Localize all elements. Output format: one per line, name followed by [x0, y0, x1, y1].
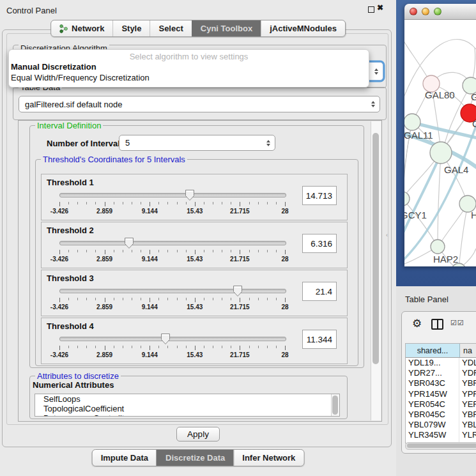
table-row[interactable]: YDR27...YDR2 [406, 368, 476, 378]
scrollbar-thumb[interactable] [372, 133, 379, 364]
column-header-shared-name[interactable]: shared... [406, 344, 460, 357]
table-row[interactable]: YDL19...YDL1 [406, 358, 476, 368]
attributes-list[interactable]: SelfLoopsTopologicalCoefficientBetweenne… [35, 394, 340, 417]
threshold-value-field[interactable] [302, 186, 337, 205]
float-window-icon[interactable] [368, 6, 374, 13]
table-cell[interactable]: YBL0 [459, 420, 476, 430]
table-cell[interactable]: YDR2 [459, 368, 476, 378]
tab-network[interactable]: Network [51, 20, 112, 36]
tab-impute-data[interactable]: Impute Data [93, 450, 157, 466]
network-node[interactable] [404, 192, 410, 206]
table-cell[interactable]: YBR045C [406, 410, 459, 420]
table-cell[interactable]: YLR345W [406, 430, 459, 440]
slider-tick [95, 250, 96, 252]
slider-tick [204, 250, 204, 252]
table-cell[interactable]: YLR3 [459, 430, 476, 440]
slider-tick [68, 250, 69, 252]
table-row[interactable]: YPR145WYPR1 [406, 389, 476, 399]
network-canvas[interactable]: GAL80GACGAL11GAL4GCY1HHAP2 [404, 20, 476, 266]
slider-track[interactable] [59, 289, 286, 293]
table-row[interactable]: YER054CYER0 [406, 399, 476, 410]
slider-tick [167, 202, 168, 204]
column-header-name[interactable]: na [460, 344, 476, 357]
close-icon[interactable]: ✖ [377, 3, 383, 12]
threshold-value-field[interactable] [302, 330, 337, 349]
table-cell[interactable]: YBR0 [459, 378, 476, 388]
slider-handle[interactable] [160, 333, 171, 348]
slider-tick [276, 250, 277, 252]
table-row[interactable]: YBR043CYBR0 [406, 378, 476, 388]
table-cell[interactable]: YPR1 [459, 389, 476, 399]
network-window-titlebar[interactable] [404, 4, 476, 20]
network-node-label: H [471, 210, 476, 220]
apply-button[interactable]: Apply [176, 427, 220, 441]
zoom-traffic-light-icon[interactable] [434, 8, 441, 15]
attribute-list-item[interactable]: SelfLoops [35, 394, 339, 404]
num-intervals-combobox[interactable]: 5 [119, 135, 275, 151]
table-cell[interactable]: YDL1 [459, 358, 476, 368]
slider-track[interactable] [59, 193, 286, 197]
tab-label: Infer Network [242, 453, 295, 463]
table-cell[interactable]: YDL19... [406, 358, 459, 368]
slider-tick [258, 298, 259, 300]
node-table[interactable]: shared... na YDL19...YDL1YDR27...YDR2YBR… [405, 343, 476, 443]
attribute-list-item[interactable]: TopologicalCoefficient [35, 404, 339, 413]
table-hscrollbar[interactable] [405, 442, 476, 450]
splitter-collapse-icon[interactable]: ‹ [386, 232, 388, 238]
slider-scale-label: 28 [270, 351, 300, 358]
network-edge-thick [404, 154, 441, 241]
dropdown-item[interactable]: Equal Width/Frequency Discretization [9, 72, 369, 83]
tab-style[interactable]: Style [112, 20, 150, 36]
tab-discretize-data[interactable]: Discretize Data [157, 450, 233, 466]
attribute-list-item[interactable]: BetweennessCentrality [35, 413, 339, 417]
slider-tick [59, 298, 60, 302]
slider-track[interactable] [59, 337, 286, 341]
table-cell[interactable]: YBL079W [406, 420, 459, 430]
network-node[interactable] [404, 114, 420, 130]
algorithm-dropdown: Select algorithm to view settings Manual… [8, 49, 369, 88]
tab-jactivemnodules[interactable]: jActiveMNodules [261, 20, 345, 36]
minimize-traffic-light-icon[interactable] [422, 8, 429, 15]
slider-scale-label: 9.144 [134, 303, 165, 311]
dropdown-item[interactable]: Manual Discretization [9, 61, 369, 72]
table-row[interactable]: YBL079WYBL0 [406, 420, 476, 430]
slider-scale-label: -3.426 [44, 303, 75, 311]
scrollbar-thumb[interactable] [332, 395, 338, 415]
tab-cyni-toolbox[interactable]: Cyni Toolbox [192, 20, 261, 36]
thresholds-groupbox: Threshold's Coordinates for 5 Intervals … [35, 159, 358, 366]
tab-infer-network[interactable]: Infer Network [233, 450, 303, 466]
network-node[interactable] [430, 142, 452, 164]
slider-tick [249, 346, 250, 348]
slider-track[interactable] [59, 241, 286, 245]
table-row[interactable]: YLR345WYLR3 [406, 430, 476, 440]
slider-tick [240, 346, 240, 350]
table-row[interactable]: YBR045CYBR0 [406, 410, 476, 420]
table-cell[interactable]: YER054C [406, 399, 459, 410]
table-rows: YDL19...YDL1YDR27...YDR2YBR043CYBR0YPR14… [406, 358, 476, 443]
network-window[interactable]: GAL80GACGAL11GAL4GCY1HHAP2 [404, 4, 476, 266]
checkbox-icons[interactable]: ☑☑ [450, 319, 464, 327]
slider-tick [231, 298, 231, 300]
network-node[interactable] [431, 240, 445, 254]
table-cell[interactable]: YDR27... [406, 368, 459, 378]
slider-tick [285, 202, 286, 206]
threshold-value-field[interactable] [302, 282, 337, 301]
table-cell[interactable]: YBR0 [459, 410, 476, 420]
slider-handle[interactable] [124, 237, 134, 252]
attribute-items: SelfLoopsTopologicalCoefficientBetweenne… [35, 394, 339, 417]
table-cell[interactable]: YBR043C [406, 378, 459, 388]
gear-icon[interactable]: ⚙ [412, 317, 422, 330]
scrollbar-thumb[interactable] [407, 443, 476, 448]
settings-scrollbar[interactable] [371, 121, 381, 420]
table-cell[interactable]: YER0 [459, 399, 476, 410]
close-traffic-light-icon[interactable] [410, 8, 417, 15]
slider-handle[interactable] [233, 285, 243, 300]
tab-select[interactable]: Select [150, 20, 191, 36]
table-cell[interactable]: YPR145W [406, 389, 459, 399]
table-data-combobox[interactable]: galFiltered.sif default node [19, 96, 380, 112]
attributes-scrollbar[interactable] [331, 394, 339, 416]
slider-handle[interactable] [185, 189, 195, 204]
threshold-value-field[interactable] [302, 234, 337, 253]
slider-scale-label: 15.43 [180, 256, 210, 263]
columns-icon[interactable] [431, 319, 443, 330]
